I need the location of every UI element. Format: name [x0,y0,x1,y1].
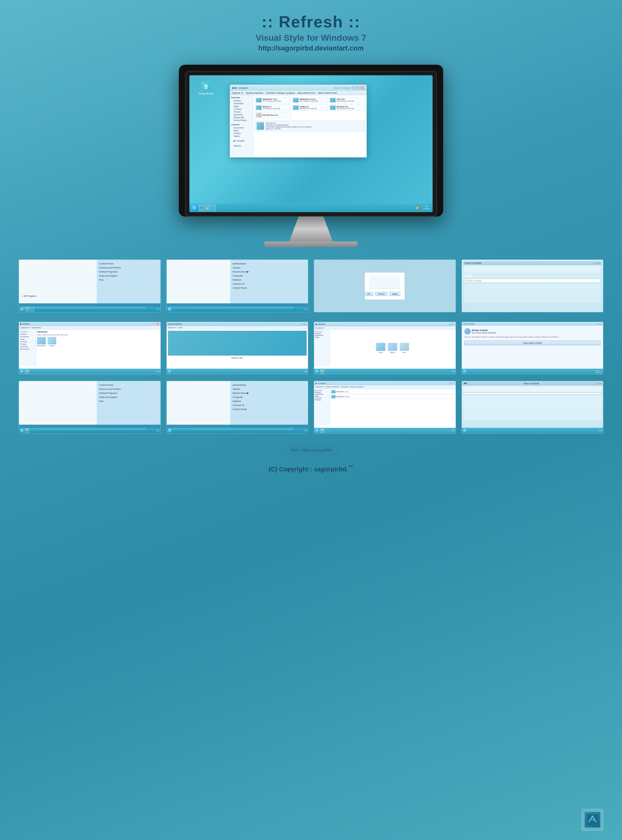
thumb-orb-sr[interactable] [168,369,172,374]
fm-sidebar-contacts[interactable]: Contacts [20,341,35,343]
start-orb[interactable]: ⊞ [191,204,198,212]
taskbar-ie-btn[interactable]: 🌐 [210,205,216,211]
sm2-admin[interactable]: Administrator [232,262,306,266]
fm-min[interactable] [150,322,153,325]
sm2-control[interactable]: Control Panel [232,286,306,290]
fm-sidebar-downloads[interactable]: Downloads [20,335,35,338]
sm3-help[interactable]: Help and Support [98,395,159,399]
thumb-orb-sm3[interactable] [20,428,24,433]
close-button[interactable]: × [361,86,365,90]
thumb-fm-btn[interactable]: 📁 [25,369,29,374]
drive-d[interactable]: WINDOWS 8.1 (D:) 84.7 GB free of 80.0 GB [292,97,328,103]
nav-back[interactable]: ◀ [232,87,233,89]
dialog-apply-btn[interactable]: Apply [389,292,401,296]
search-forward-btn[interactable] [469,274,473,278]
search2-forward[interactable]: ▶ [466,382,467,385]
sr-toolbar-organize[interactable]: Organize ▼ [168,327,177,328]
lib-item-2[interactable]: Music [388,343,397,353]
nav-forward[interactable]: ▶ [235,87,237,89]
drive-c[interactable]: WINDOWS 7 (C:) 24.7 GB free of 50.0 GB [255,97,291,103]
thumb-orb-ac[interactable] [463,369,467,374]
fm-max[interactable] [153,322,156,325]
maximize-button[interactable]: □ [357,86,360,90]
start-devices[interactable]: Devices and Printers [98,266,159,270]
sidebar-pictures[interactable]: Pictures [231,132,252,135]
sm4-network[interactable]: Network [232,399,306,403]
lib-item-3[interactable]: Pics [399,343,409,353]
search2-input[interactable] [463,393,602,394]
sidebar-computer[interactable]: ▶ Computer [231,139,252,142]
fm-sidebar-recycle[interactable]: Recycle Bin [20,348,35,350]
lib-music[interactable]: Music [47,337,56,347]
search-input-field[interactable]: Search Computer [464,279,601,283]
sm4-control[interactable]: Control Panel [232,407,306,411]
lib-item-1[interactable]: Docs [376,343,385,353]
cmp2-uninstall[interactable]: Uninstall or change a program [341,386,364,388]
cmp2-drive-d[interactable]: WINDOWS 8.1 (D:) [331,394,455,399]
thumb-orb-s2[interactable] [463,428,467,433]
sidebar-music[interactable]: Music [231,129,252,132]
dialog-ok-btn[interactable]: OK [364,292,373,296]
ac-open-btn[interactable]: Open Action Center [464,341,601,345]
map-drive-btn[interactable]: Map network drive [297,92,315,94]
url-link[interactable]: http://sagorpirbd.deviantart.com [0,44,622,52]
lib-documents[interactable]: Documents [37,337,46,347]
fm-sidebar-sagor[interactable]: Sagor [20,338,35,341]
cmp2-organize[interactable]: Organize ▼ [316,386,325,388]
thumb-orb-fm[interactable] [20,369,24,374]
drive-g[interactable]: GAME (G:) 138 GB free of 200 GB [292,105,328,111]
drive-f[interactable]: MUSE (F:) 145 GB free of 200 GB [255,105,291,111]
minimize-button[interactable]: — [352,86,356,90]
sr-toolbar-views[interactable]: Views [178,327,183,328]
fm-sidebar-sys32[interactable]: System32 [20,345,35,348]
taskbar-explorer-btn[interactable]: 📁 [205,205,210,211]
cmp2-drive-c[interactable]: WINDOWS 7 (C:) [331,389,455,394]
start-help[interactable]: Help and Support [98,274,159,278]
taskbar-computer-btn[interactable]: 💻 [199,205,204,211]
sidebar-videos[interactable]: Videos [231,135,252,137]
open-control-btn[interactable]: Open Control Panel [318,92,337,94]
sidebar-recyclebin[interactable]: Recycle Bin [231,116,252,119]
sm2-recent[interactable]: Recent Items ▶ [232,270,306,274]
sm4-computer[interactable]: Computer [232,395,306,399]
sidebar-downloads[interactable]: Downloads [231,102,252,105]
drive-h[interactable]: BACKUP (H:) 223 GB free of 370 GB [329,105,365,111]
sm3-control[interactable]: Control Panel [98,383,159,387]
sidebar-themes[interactable]: Themes [231,110,252,113]
organize-btn[interactable]: Organize ▼ [232,92,243,94]
sidebar-contacts[interactable]: Contacts [231,108,252,110]
sidebar-sagor[interactable]: Sagor [231,105,252,108]
thumb-btn-1[interactable]: 📁 [25,307,29,312]
thumb-orb-cmp2[interactable] [315,428,319,433]
sm4-games[interactable]: Games [232,387,306,391]
fm-close[interactable] [156,322,159,325]
thumb-cmp2-btn[interactable]: 📁 [320,428,325,433]
sm2-games[interactable]: Games [232,266,306,270]
thumb-orb-lib[interactable] [315,369,319,374]
lib-sidebar-sagor[interactable]: Sagor [315,336,329,338]
start-default-prog[interactable]: Default Programs [98,270,159,274]
sidebar-network[interactable]: Network [231,144,252,147]
sm2-connect[interactable]: Connect To [232,282,306,286]
start-run[interactable]: Run... [98,278,159,282]
uninstall-btn[interactable]: Uninstall or change a program [266,92,295,94]
sidebar-recent[interactable]: Recent Places [231,119,252,122]
start-control-panel[interactable]: Control Panel [98,262,159,266]
thumb-orb-1[interactable] [20,307,24,312]
thumb-sm3-btn[interactable]: 📁 [25,428,29,433]
drive-i[interactable]: DVD RW Drive (I:) [255,112,291,118]
sm4-recent[interactable]: Recent Items ▶ [232,391,306,395]
search2-back[interactable]: ◀ [463,382,465,385]
sm4-admin[interactable]: Administrator [232,383,306,387]
thumb-orb-2[interactable] [168,307,172,312]
sidebar-documents[interactable]: Documents [231,126,252,129]
search-back-btn[interactable] [464,274,468,278]
dialog-cancel-btn[interactable]: Cancel [375,292,387,296]
cmp2-themes[interactable]: Themes [315,399,329,401]
drive-e[interactable]: SOFT (E:) 140 GB free of 200 GB [329,97,365,103]
fm-sidebar-desktop[interactable]: Desktop [20,333,35,335]
all-programs-btn[interactable]: » All Programs [20,294,38,298]
recycle-bin-desktop[interactable]: 🗑 Recycle Bin [199,81,213,95]
sm4-connect[interactable]: Connect To [232,403,306,407]
sidebar-system32[interactable]: System32 [231,113,252,116]
